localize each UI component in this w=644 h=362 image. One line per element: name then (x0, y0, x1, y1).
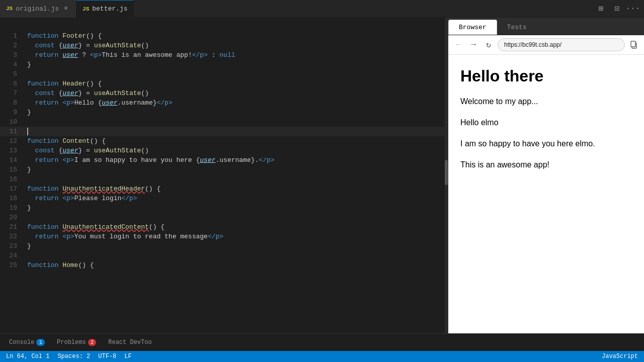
tab-original-label: original.js (16, 5, 59, 13)
react-devtoo-label: React DevToo (108, 339, 151, 346)
code-line-3: 3 return user ? <p>This is an awesome ap… (0, 50, 445, 60)
layout-btn[interactable]: ⊞ (594, 2, 608, 16)
js-icon: JS (6, 6, 13, 12)
forward-btn[interactable]: → (467, 39, 479, 51)
copy-url-btn[interactable] (628, 39, 640, 51)
code-line-21: 21 function UnauthenticatedContent() { (0, 222, 445, 232)
tab-tests-label: Tests (507, 24, 527, 31)
code-line-15: 15 } (0, 165, 445, 174)
browser-panel: Browser Tests ← → ↻ Hello there Welcome … (448, 18, 644, 333)
code-line-9: 9 } (0, 108, 445, 117)
browser-para-3: This is an awesome app! (460, 159, 632, 171)
code-line-14: 14 return <p>I am so happy to have you h… (0, 155, 445, 165)
console-label: Console (9, 339, 34, 346)
code-line-8: 8 return <p>Hello {user.username}</p> (0, 98, 445, 108)
code-line-10: 10 (0, 117, 445, 127)
back-btn[interactable]: ← (452, 39, 464, 51)
code-line-1: 1 function Footer() { (0, 31, 445, 41)
code-editor[interactable]: 1 function Footer() { 2 const {user} = u… (0, 18, 445, 333)
editor-divider (445, 18, 448, 333)
code-line-2: 2 const {user} = useAuthState() (0, 41, 445, 50)
console-tab[interactable]: Console 1 (4, 335, 50, 349)
code-line-23: 23 } (0, 241, 445, 251)
code-line-empty-top (0, 22, 445, 31)
tab-original-close[interactable]: × (62, 5, 70, 13)
code-line-20: 20 (0, 213, 445, 222)
browser-tab-bar: Browser Tests (448, 18, 644, 35)
status-bar: Ln 64, Col 1 Spaces: 2 UTF-8 LF JavaScri… (0, 351, 644, 362)
tab-better-label: better.js (92, 5, 127, 13)
scrollbar-track[interactable] (445, 18, 448, 333)
tab-better[interactable]: JS better.js (76, 0, 134, 18)
browser-heading: Hello there (460, 67, 632, 85)
code-line-25: 25 function Home() { (0, 260, 445, 270)
tab-actions: ⊞ ⊡ ··· (594, 2, 644, 16)
code-line-6: 6 function Header() { (0, 79, 445, 88)
split-btn[interactable]: ⊡ (610, 2, 624, 16)
code-line-17: 17 function UnauthenticatedHeader() { (0, 184, 445, 194)
code-line-18: 18 return <p>Please login</p> (0, 194, 445, 203)
code-line-16: 16 (0, 174, 445, 184)
tab-browser-label: Browser (459, 24, 487, 31)
browser-para-0: Welcome to my app... (460, 96, 632, 108)
status-position[interactable]: Ln 64, Col 1 (6, 353, 49, 360)
url-bar[interactable] (498, 38, 625, 51)
tab-original[interactable]: JS original.js × (0, 0, 76, 18)
status-language[interactable]: JavaScript (602, 353, 638, 360)
copy-icon (630, 41, 638, 49)
tab-bar: JS original.js × JS better.js ⊞ ⊡ ··· (0, 0, 644, 18)
code-line-19: 19 } (0, 203, 445, 213)
status-line-ending[interactable]: LF (124, 353, 131, 360)
problems-label: Problems (57, 339, 86, 346)
code-line-22: 22 return <p>You must login to read the … (0, 232, 445, 241)
main-content: 1 function Footer() { 2 const {user} = u… (0, 18, 644, 333)
refresh-btn[interactable]: ↻ (482, 39, 495, 51)
more-btn[interactable]: ··· (626, 2, 640, 16)
status-spaces[interactable]: Spaces: 2 (57, 353, 90, 360)
code-line-12: 12 function Content() { (0, 136, 445, 146)
browser-content: Hello there Welcome to my app... Hello e… (448, 55, 644, 333)
js-icon-2: JS (83, 6, 89, 12)
problems-badge: 2 (88, 339, 97, 346)
code-line-11: 11 (0, 127, 445, 136)
react-devtoo-tab[interactable]: React DevToo (103, 335, 156, 349)
browser-para-1: Hello elmo (460, 117, 632, 129)
code-line-4: 4 } (0, 60, 445, 69)
browser-toolbar: ← → ↻ (448, 35, 644, 55)
status-left: Ln 64, Col 1 Spaces: 2 UTF-8 LF (6, 353, 594, 360)
status-right: JavaScript (602, 353, 638, 360)
code-line-24: 24 (0, 251, 445, 260)
console-badge: 1 (36, 339, 45, 346)
svg-rect-1 (631, 41, 635, 47)
bottom-panel: Console 1 Problems 2 React DevToo (0, 333, 644, 351)
code-line-7: 7 const {user} = useAuthState() (0, 88, 445, 98)
problems-tab[interactable]: Problems 2 (52, 335, 101, 349)
browser-para-2: I am so happy to have you here elmo. (460, 138, 632, 150)
scrollbar-thumb[interactable] (445, 160, 448, 185)
tab-tests[interactable]: Tests (497, 20, 537, 35)
code-line-13: 13 const {user} = useAuthState() (0, 146, 445, 155)
tab-browser[interactable]: Browser (448, 20, 497, 35)
code-line-5: 5 (0, 69, 445, 79)
status-encoding[interactable]: UTF-8 (98, 353, 116, 360)
